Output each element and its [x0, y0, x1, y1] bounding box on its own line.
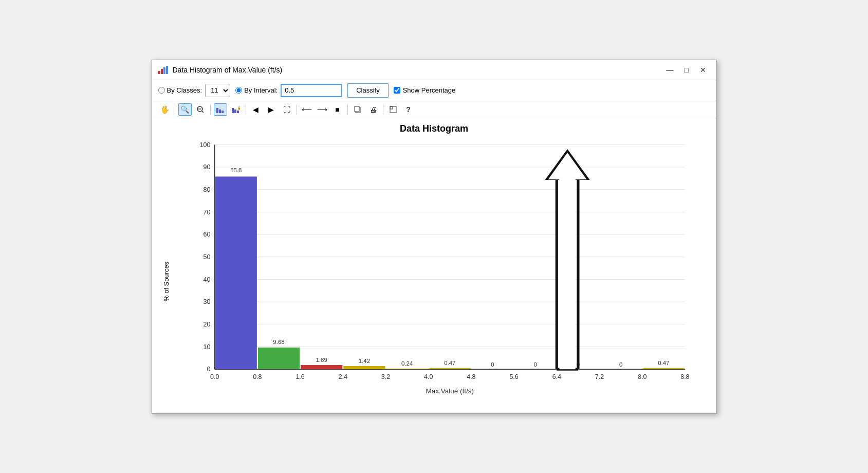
options-toolbar: By Classes: 11 5678 9101213 1415 By Inte…	[152, 80, 716, 101]
by-interval-group: By Interval:	[235, 84, 342, 97]
sep5	[347, 104, 348, 115]
svg-text:0: 0	[207, 366, 210, 373]
forward-icon[interactable]: ▶	[265, 103, 278, 116]
svg-text:85.8: 85.8	[230, 167, 242, 173]
pan-left-icon[interactable]: ⟵	[300, 103, 313, 116]
svg-rect-11	[234, 110, 236, 113]
svg-text:6.4: 6.4	[552, 373, 561, 380]
back-icon[interactable]: ◀	[249, 103, 263, 116]
sep4	[297, 104, 297, 115]
show-percentage-checkbox[interactable]	[394, 87, 400, 94]
chart-area: Data Histogram % of Sources	[152, 118, 716, 413]
svg-rect-1	[161, 69, 163, 74]
svg-text:50: 50	[203, 253, 210, 260]
svg-rect-47	[301, 365, 342, 369]
pan-icon[interactable]: 🖐	[158, 103, 172, 116]
svg-text:2.4: 2.4	[338, 373, 347, 380]
by-classes-group: By Classes: 11 5678 9101213 1415	[158, 84, 231, 97]
svg-text:60: 60	[203, 231, 210, 238]
sep6	[383, 104, 383, 115]
svg-text:1.89: 1.89	[316, 356, 327, 362]
by-interval-label: By Interval:	[244, 86, 278, 94]
help-icon[interactable]: ?	[402, 103, 415, 116]
maximize-button[interactable]: □	[679, 64, 694, 76]
title-bar: Data Histogram of Max.Value (ft/s) — □ ✕	[152, 60, 716, 80]
by-interval-radio-label[interactable]: By Interval:	[235, 86, 278, 94]
sep1	[175, 104, 175, 115]
svg-rect-45	[257, 347, 299, 369]
pan-right-icon[interactable]: ⟶	[316, 103, 329, 116]
svg-text:0: 0	[533, 361, 537, 368]
svg-text:0.24: 0.24	[401, 360, 413, 366]
close-button[interactable]: ✕	[696, 64, 710, 76]
print-icon[interactable]: 🖨	[366, 103, 380, 116]
svg-rect-0	[158, 71, 160, 74]
by-classes-label: By Classes:	[167, 86, 202, 94]
svg-rect-3	[166, 66, 168, 74]
svg-text:0.47: 0.47	[444, 359, 455, 366]
window-title: Data Histogram of Max.Value (ft/s)	[173, 66, 283, 74]
svg-text:1.6: 1.6	[296, 373, 304, 380]
by-classes-radio-label[interactable]: By Classes:	[158, 86, 202, 94]
stop-icon[interactable]: ■	[331, 103, 344, 116]
svg-text:3.2: 3.2	[381, 373, 390, 380]
chart-title: Data Histogram	[400, 123, 468, 134]
svg-rect-12	[237, 111, 239, 113]
show-percentage-text: Show Percentage	[403, 86, 456, 94]
svg-text:9.68: 9.68	[273, 339, 284, 345]
histogram-svg: 0 10 20 30 40 50 60 70 80 90 100	[172, 139, 706, 407]
svg-rect-8	[219, 110, 221, 113]
svg-text:0: 0	[619, 361, 622, 368]
svg-rect-53	[429, 368, 470, 369]
svg-line-6	[202, 111, 204, 113]
svg-text:0.8: 0.8	[253, 373, 262, 380]
svg-rect-51	[386, 369, 428, 369]
window-controls: — □ ✕	[663, 64, 710, 76]
svg-text:90: 90	[203, 163, 210, 171]
histogram-icon[interactable]	[214, 103, 227, 116]
classes-select[interactable]: 11 5678 9101213 1415	[205, 84, 230, 97]
main-window: Data Histogram of Max.Value (ft/s) — □ ✕…	[152, 60, 717, 414]
svg-rect-15	[355, 106, 359, 112]
show-percentage-label[interactable]: Show Percentage	[394, 86, 456, 94]
svg-text:100: 100	[199, 141, 210, 148]
svg-text:40: 40	[203, 276, 210, 283]
by-interval-radio[interactable]	[235, 87, 242, 94]
svg-text:8.8: 8.8	[680, 373, 689, 380]
svg-text:Max.Value (ft/s): Max.Value (ft/s)	[426, 387, 474, 395]
svg-text:4.0: 4.0	[424, 373, 433, 380]
app-icon	[158, 66, 169, 74]
svg-text:4.8: 4.8	[467, 373, 475, 380]
svg-text:0: 0	[491, 361, 494, 368]
svg-text:8.0: 8.0	[638, 373, 647, 380]
svg-text:30: 30	[203, 298, 210, 305]
svg-rect-59	[642, 368, 684, 369]
svg-text:80: 80	[203, 186, 210, 193]
svg-text:1.42: 1.42	[358, 357, 370, 363]
svg-marker-79	[548, 153, 586, 179]
sep3	[246, 104, 246, 115]
zoom-out-icon[interactable]	[194, 103, 207, 116]
svg-rect-9	[221, 111, 224, 113]
svg-rect-49	[343, 366, 385, 369]
interval-input[interactable]	[281, 84, 342, 97]
copy-icon[interactable]	[351, 103, 364, 116]
title-bar-left: Data Histogram of Max.Value (ft/s)	[158, 66, 283, 74]
svg-text:10: 10	[203, 343, 210, 350]
icon-toolbar: 🖐 🔍 🔒 ◀ ▶ ⛶ ⟵ ⟶ ■ 🖨 ?	[152, 101, 716, 118]
svg-text:0.47: 0.47	[658, 359, 669, 366]
svg-text:5.6: 5.6	[509, 373, 518, 380]
minimize-button[interactable]: —	[663, 64, 677, 76]
lock-histogram-icon[interactable]: 🔒	[229, 103, 243, 116]
by-classes-radio[interactable]	[158, 87, 165, 94]
chart-container: % of Sources	[152, 139, 716, 408]
classify-button[interactable]: Classify	[347, 83, 389, 98]
layout-icon[interactable]	[386, 103, 400, 116]
svg-text:7.2: 7.2	[595, 373, 603, 380]
zoom-in-icon[interactable]: 🔍	[178, 103, 192, 116]
svg-text:🔒: 🔒	[237, 106, 240, 110]
chart-inner: 0 10 20 30 40 50 60 70 80 90 100	[172, 139, 706, 408]
svg-rect-7	[216, 108, 218, 113]
svg-rect-17	[390, 106, 393, 109]
fit-icon[interactable]: ⛶	[280, 103, 293, 116]
